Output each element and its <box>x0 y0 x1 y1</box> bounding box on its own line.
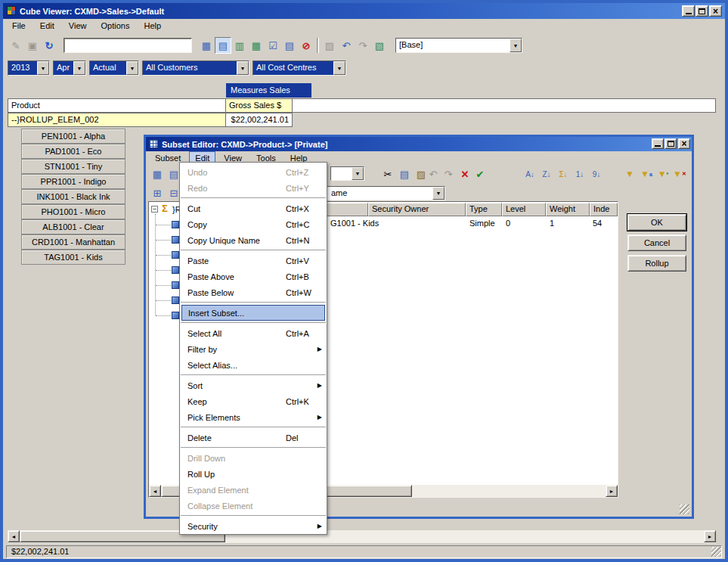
customers-combo[interactable]: All Customers▼ <box>142 61 249 76</box>
base-combo[interactable]: [Base] ▼ <box>395 38 522 53</box>
edit-icon[interactable]: ✎ <box>8 37 24 54</box>
resize-grip[interactable] <box>711 547 721 557</box>
menu-item-select-alias[interactable]: Select Alias... <box>180 357 327 373</box>
version-combo-arrow-icon[interactable]: ▼ <box>126 61 138 75</box>
close-button[interactable]: × <box>709 5 722 17</box>
menu-help[interactable]: Help <box>138 19 168 33</box>
subset-all-icon[interactable]: ▦ <box>149 166 166 182</box>
ok-button[interactable]: OK <box>627 214 686 231</box>
element-cube-icon[interactable] <box>172 221 179 228</box>
sort-index-ascending-icon[interactable]: 1↓ <box>572 166 588 182</box>
row-header-product[interactable]: PEN1001 - Alpha <box>21 129 125 144</box>
month-combo-arrow-icon[interactable]: ▼ <box>73 61 85 75</box>
tree-collapse-box[interactable]: − <box>151 206 158 213</box>
element-cube-icon[interactable] <box>172 281 179 289</box>
year-combo[interactable]: 2013▼ <box>8 61 50 76</box>
sort-hierarchy-icon[interactable]: Σ↓ <box>555 166 572 182</box>
table-header-weight[interactable]: Weight <box>546 203 590 216</box>
sort-ascending-icon[interactable]: A↓ <box>522 166 538 182</box>
paste-icon[interactable]: ▨ <box>321 37 338 54</box>
menu-item-filter-by[interactable]: Filter by▶ <box>180 341 327 357</box>
subset-minimize-button[interactable] <box>652 138 664 149</box>
element-cube-icon[interactable] <box>172 266 179 274</box>
menu-item-expand-element[interactable]: Expand Element <box>180 482 327 498</box>
reference-input[interactable] <box>64 38 192 53</box>
row-dimension-header[interactable]: Product <box>8 98 226 113</box>
redo-icon[interactable]: ↷ <box>355 37 371 54</box>
alias-combo[interactable]: ame ▼ <box>321 186 445 200</box>
column-header-cell[interactable]: Gross Sales $ <box>225 98 293 113</box>
subset-undo-icon[interactable]: ↶ <box>425 166 441 182</box>
menu-item-pick-elements[interactable]: Pick Elements▶ <box>180 409 327 425</box>
menu-view[interactable]: View <box>63 19 93 33</box>
menu-item-collapse-element[interactable]: Collapse Element <box>180 498 327 514</box>
table-header-level[interactable]: Level <box>502 203 546 216</box>
rollup-row-header[interactable]: --}ROLLUP_ELEM_002 <box>8 113 226 127</box>
chart-icon[interactable]: ▥ <box>231 37 248 54</box>
version-combo[interactable]: Actual▼ <box>89 61 139 76</box>
menu-edit[interactable]: Edit <box>34 19 60 33</box>
row-header-product[interactable]: CRD1001 - Manhattan <box>21 234 125 250</box>
element-cube-icon[interactable] <box>172 312 179 319</box>
table-row-element[interactable]: G1001 - Kids <box>330 219 379 228</box>
menu-file[interactable]: File <box>6 19 32 33</box>
subset-resize-grip[interactable] <box>680 505 689 514</box>
save-icon[interactable]: ▣ <box>24 37 41 54</box>
row-header-product[interactable]: PPR1001 - Indigo <box>21 174 125 189</box>
menu-item-paste-above[interactable]: Paste AboveCtrl+B <box>180 269 327 284</box>
recalculate-icon[interactable]: ↻ <box>41 37 57 54</box>
row-header-product[interactable]: STN1001 - Tiny <box>21 159 125 174</box>
table-header-element[interactable] <box>321 203 368 216</box>
design-mode-icon[interactable]: ▤ <box>215 37 231 54</box>
table-header-security-owner[interactable]: Security Owner <box>368 203 466 216</box>
copy-icon[interactable]: ▤ <box>396 166 413 182</box>
menu-item-cut[interactable]: CutCtrl+X <box>180 200 327 216</box>
costcentres-combo-arrow-icon[interactable]: ▼ <box>333 61 345 75</box>
export-icon[interactable]: ▧ <box>371 37 388 54</box>
sort-descending-icon[interactable]: Z↓ <box>538 166 555 182</box>
element-cube-icon[interactable] <box>172 236 179 244</box>
column-dimension-tile[interactable]: Measures Sales <box>226 83 311 98</box>
suppress-zeroes-icon[interactable]: ⊘ <box>298 37 314 54</box>
subset-close-button[interactable]: × <box>678 138 690 149</box>
chart-table-icon[interactable]: ▦ <box>248 37 265 54</box>
menu-item-insert-subset[interactable]: Insert Subset... <box>181 305 325 321</box>
main-hscroll-right-icon[interactable]: ► <box>704 530 716 542</box>
menu-item-delete[interactable]: DeleteDel <box>180 430 327 446</box>
menu-item-copy-unique-name[interactable]: Copy Unique NameCtrl+N <box>180 232 327 248</box>
expand-tree-icon[interactable]: ⊞ <box>149 185 166 201</box>
rollup-button[interactable]: Rollup <box>627 255 686 272</box>
sort-index-descending-icon[interactable]: 9↓ <box>588 166 605 182</box>
customers-combo-arrow-icon[interactable]: ▼ <box>237 61 249 75</box>
costcentres-combo[interactable]: All Cost Centres▼ <box>252 61 346 76</box>
value-cell[interactable]: $22,002,241.01 <box>225 113 293 127</box>
filter-expression-icon[interactable]: ▼* <box>655 166 671 182</box>
view-table-icon[interactable]: ▦ <box>198 37 215 54</box>
alias-combo-arrow-icon[interactable]: ▼ <box>432 187 445 200</box>
subset-maximize-button[interactable] <box>664 138 677 149</box>
row-header-product[interactable]: INK1001 - Black Ink <box>21 189 125 204</box>
automatic-recalc-icon[interactable]: ☑ <box>265 37 281 54</box>
menu-item-drill-down[interactable]: Drill Down <box>180 450 327 466</box>
subset-name-combo[interactable]: ▼ <box>330 166 364 181</box>
data-spread-icon[interactable]: ▤ <box>281 37 298 54</box>
menu-item-security[interactable]: Security▶ <box>180 518 327 534</box>
row-header-product[interactable]: TAG1001 - Kids <box>21 250 125 265</box>
subset-hscroll-left-icon[interactable]: ◄ <box>149 485 161 497</box>
minimize-button[interactable] <box>682 5 695 17</box>
menu-options[interactable]: Options <box>95 19 136 33</box>
subset-hscroll-right-icon[interactable]: ► <box>606 485 618 497</box>
maximize-button[interactable] <box>695 5 708 17</box>
menu-item-paste[interactable]: PasteCtrl+V <box>180 253 327 269</box>
base-combo-arrow-icon[interactable]: ▼ <box>510 39 522 52</box>
filter-subset-icon[interactable]: ▼ <box>621 166 638 182</box>
menu-item-copy[interactable]: CopyCtrl+C <box>180 216 327 232</box>
menu-item-redo[interactable]: RedoCtrl+Y <box>180 180 327 196</box>
delete-element-icon[interactable]: ✕ <box>457 166 473 182</box>
element-cube-icon[interactable] <box>172 297 179 304</box>
month-combo[interactable]: Apr▼ <box>53 61 86 76</box>
menu-item-sort[interactable]: Sort▶ <box>180 377 327 393</box>
menu-item-paste-below[interactable]: Paste BelowCtrl+W <box>180 284 327 300</box>
remove-filter-icon[interactable]: ▼✕ <box>671 166 688 182</box>
year-combo-arrow-icon[interactable]: ▼ <box>37 61 49 75</box>
